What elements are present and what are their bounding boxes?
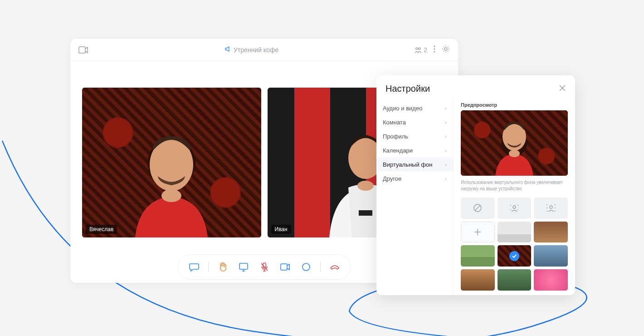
nav-calendars[interactable]: Календари › bbox=[376, 143, 453, 158]
preview-person bbox=[483, 112, 546, 176]
svg-rect-15 bbox=[281, 264, 287, 270]
bg-option-sunset[interactable] bbox=[461, 269, 495, 291]
share-screen-button[interactable] bbox=[235, 258, 252, 276]
monitor-icon bbox=[239, 262, 249, 272]
settings-header: Настройки bbox=[376, 75, 575, 99]
svg-point-21 bbox=[513, 206, 516, 208]
record-button[interactable] bbox=[298, 258, 315, 276]
blur-light-icon bbox=[509, 204, 519, 212]
participants-count-value: 2 bbox=[424, 46, 427, 54]
svg-point-31 bbox=[546, 211, 547, 212]
bg-option-cafe[interactable] bbox=[534, 222, 568, 243]
svg-point-29 bbox=[546, 208, 547, 208]
svg-point-6 bbox=[444, 48, 447, 50]
mic-button[interactable] bbox=[256, 258, 273, 276]
svg-point-3 bbox=[434, 45, 435, 47]
bg-option-stadium[interactable] bbox=[498, 269, 532, 291]
nav-label: Профиль bbox=[383, 133, 408, 140]
svg-point-27 bbox=[546, 204, 547, 205]
settings-title: Настройки bbox=[385, 84, 430, 94]
call-header: Утренний кофе 2 bbox=[70, 39, 458, 61]
svg-point-11 bbox=[357, 181, 374, 191]
participant-video bbox=[112, 119, 230, 237]
settings-button[interactable] bbox=[442, 45, 450, 55]
chevron-right-icon: › bbox=[445, 133, 447, 140]
check-icon bbox=[512, 254, 517, 258]
circle-icon bbox=[302, 262, 311, 272]
nav-label: Комната bbox=[383, 119, 406, 126]
close-icon bbox=[559, 84, 566, 92]
svg-point-24 bbox=[510, 209, 511, 210]
kebab-icon bbox=[434, 45, 435, 53]
camera-icon bbox=[280, 263, 290, 271]
svg-point-16 bbox=[302, 263, 310, 271]
bg-option-office[interactable] bbox=[498, 222, 532, 243]
svg-rect-10 bbox=[359, 210, 372, 216]
svg-line-20 bbox=[475, 205, 480, 211]
close-button[interactable] bbox=[559, 84, 566, 94]
separator bbox=[320, 262, 321, 272]
bg-option-park[interactable] bbox=[461, 245, 495, 267]
blur-strong-icon bbox=[546, 204, 556, 212]
call-title: Утренний кофе bbox=[88, 46, 415, 54]
bg-option-carpet[interactable] bbox=[498, 245, 532, 267]
nav-label: Виртуальный фон bbox=[383, 161, 432, 168]
nav-room[interactable]: Комната › bbox=[376, 115, 453, 129]
more-button[interactable] bbox=[434, 45, 435, 54]
svg-point-8 bbox=[161, 189, 181, 202]
chevron-right-icon: › bbox=[445, 105, 447, 112]
chevron-right-icon: › bbox=[445, 176, 447, 182]
camera-button[interactable] bbox=[277, 258, 294, 276]
preview-box bbox=[461, 110, 568, 176]
video-tile-1[interactable]: Вячеслав bbox=[82, 88, 261, 237]
phone-hangup-icon bbox=[330, 264, 340, 270]
nav-label: Другое bbox=[383, 175, 401, 182]
hand-icon bbox=[218, 262, 227, 272]
svg-point-18 bbox=[509, 150, 520, 157]
mic-muted-icon bbox=[260, 262, 269, 272]
plus-icon bbox=[473, 228, 482, 236]
preview-label: Предпросмотр bbox=[461, 102, 568, 108]
chevron-right-icon: › bbox=[445, 162, 447, 168]
svg-point-22 bbox=[510, 205, 511, 206]
svg-point-28 bbox=[555, 204, 556, 205]
selected-indicator bbox=[498, 245, 532, 267]
svg-point-23 bbox=[517, 205, 518, 206]
nav-label: Аудио и видео bbox=[383, 105, 422, 112]
background-grid bbox=[461, 198, 568, 291]
participants-button[interactable]: 2 bbox=[415, 46, 427, 54]
participant-name-tag: Иван bbox=[271, 225, 291, 234]
nav-virtual-bg[interactable]: Виртуальный фон › bbox=[376, 158, 453, 172]
svg-point-5 bbox=[434, 51, 435, 52]
participant-name-tag: Вячеслав bbox=[86, 225, 117, 234]
raise-hand-button[interactable] bbox=[214, 258, 231, 276]
bg-option-none[interactable] bbox=[461, 198, 495, 219]
none-icon bbox=[473, 203, 482, 212]
settings-content: Предпросмотр Использование виртуального … bbox=[454, 99, 575, 295]
gear-icon bbox=[442, 45, 450, 53]
separator bbox=[208, 262, 209, 272]
svg-point-2 bbox=[419, 47, 420, 49]
bg-option-blur-strong[interactable] bbox=[534, 198, 568, 219]
nav-other[interactable]: Другое › bbox=[376, 172, 453, 186]
nav-audio-video[interactable]: Аудио и видео › bbox=[376, 101, 453, 115]
chat-icon bbox=[189, 262, 199, 272]
svg-point-26 bbox=[550, 206, 552, 208]
bg-option-city[interactable] bbox=[534, 245, 568, 267]
svg-point-25 bbox=[517, 209, 518, 210]
bg-option-add[interactable] bbox=[461, 222, 495, 243]
svg-point-30 bbox=[555, 208, 556, 208]
bg-option-pink[interactable] bbox=[534, 269, 568, 291]
hint-text: Использование виртуального фона увеличив… bbox=[461, 179, 568, 192]
bg-option-blur-light[interactable] bbox=[498, 198, 532, 219]
settings-panel: Настройки Аудио и видео › Комната › Проф… bbox=[376, 75, 575, 295]
megaphone-icon bbox=[224, 46, 231, 54]
svg-point-1 bbox=[416, 47, 418, 49]
svg-point-32 bbox=[555, 211, 556, 212]
svg-rect-0 bbox=[79, 47, 85, 53]
camera-toggle-icon[interactable] bbox=[78, 46, 88, 54]
leave-button[interactable] bbox=[326, 258, 343, 276]
nav-label: Календари bbox=[383, 147, 413, 154]
nav-profile[interactable]: Профиль › bbox=[376, 129, 453, 143]
chat-button[interactable] bbox=[185, 258, 203, 276]
